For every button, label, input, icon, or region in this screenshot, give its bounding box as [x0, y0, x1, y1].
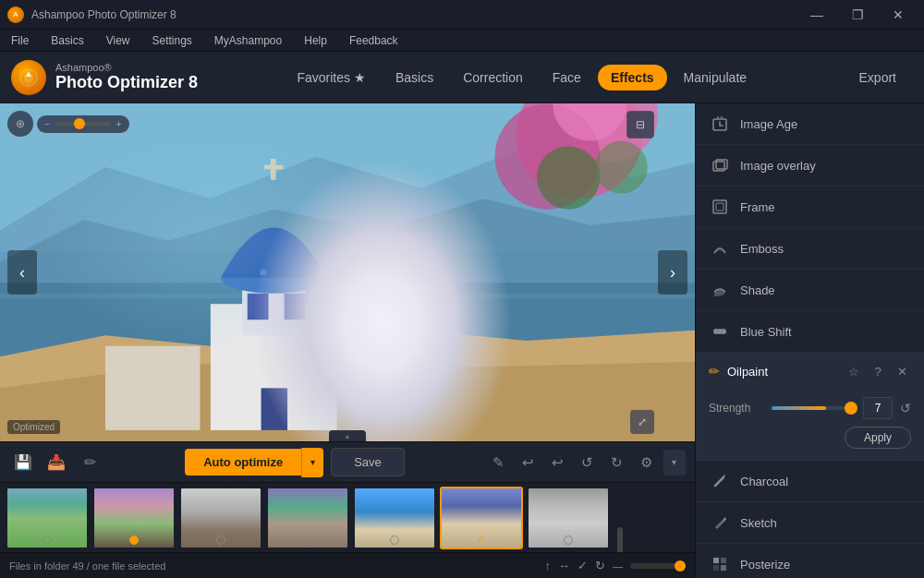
save-button[interactable]: Save	[331, 448, 405, 476]
effect-blue-shift[interactable]: Blue Shift	[696, 311, 924, 353]
thumb-indicator-4	[303, 536, 312, 545]
close-button[interactable]: ✕	[880, 2, 917, 28]
brand-name-main: Photo Optimizer 8	[55, 73, 198, 92]
strength-row: Strength 7 ↺	[709, 397, 911, 419]
menu-help[interactable]: Help	[300, 32, 331, 49]
prev-image-button[interactable]: ‹	[7, 250, 37, 295]
strength-slider[interactable]	[772, 406, 856, 410]
effect-image-age[interactable]: Image Age	[696, 103, 924, 145]
svg-rect-31	[713, 200, 726, 213]
thumbnail-7[interactable]	[527, 487, 610, 549]
zoom-minus[interactable]: −	[44, 119, 50, 129]
brand-logo-icon	[11, 60, 46, 95]
image-age-icon	[709, 113, 731, 135]
effect-emboss[interactable]: Emboss	[696, 228, 924, 270]
menu-settings[interactable]: Settings	[148, 32, 195, 49]
strength-value[interactable]: 7	[863, 397, 893, 419]
export-button[interactable]: Export	[846, 65, 909, 90]
tab-manipulate[interactable]: Manipulate	[671, 65, 760, 90]
thumbnail-4[interactable]	[266, 487, 349, 549]
bottom-slider-thumb[interactable]	[675, 560, 686, 572]
tab-effects[interactable]: Effects	[598, 65, 667, 90]
emboss-icon	[709, 237, 731, 259]
oilpaint-help-button[interactable]: ?	[869, 362, 887, 380]
zoom-slider: − +	[37, 115, 129, 133]
oilpaint-favorite-button[interactable]: ☆	[845, 362, 863, 380]
thumb-indicator-3	[216, 536, 225, 545]
view-mode-button[interactable]: ⊟	[626, 111, 654, 138]
frame-icon	[709, 196, 731, 218]
rotate-right-icon[interactable]: ↻	[604, 450, 630, 476]
effect-shade[interactable]: Shade	[696, 270, 924, 311]
image-viewer: ⊕ − + ⊟ ‹ › Optimized ⤢ ▲	[0, 103, 695, 441]
toolbar-menu-button[interactable]: ▾	[663, 450, 686, 476]
brush-tool-button[interactable]: ✏	[76, 449, 103, 476]
menu-myashampoo[interactable]: MyAshampoo	[211, 32, 286, 49]
effect-sketch[interactable]: Sketch	[696, 502, 924, 544]
effect-charcoal[interactable]: Charcoal	[696, 461, 924, 502]
sketch-label: Sketch	[740, 516, 777, 530]
menu-file[interactable]: File	[7, 32, 32, 49]
svg-rect-32	[716, 203, 723, 211]
svg-rect-38	[713, 565, 719, 571]
next-image-button[interactable]: ›	[658, 250, 687, 295]
zoom-thumb[interactable]	[74, 118, 85, 129]
image-overlay-label: Image overlay	[740, 159, 816, 173]
svg-rect-12	[271, 159, 276, 180]
thumbnail-5[interactable]	[353, 487, 436, 549]
oilpaint-close-button[interactable]: ✕	[893, 362, 911, 380]
thumb-check-6: ✓	[477, 532, 486, 545]
strength-thumb[interactable]	[845, 402, 857, 415]
thumbnail-1[interactable]	[6, 487, 89, 549]
strength-reset-button[interactable]: ↺	[900, 401, 911, 415]
menu-basics[interactable]: Basics	[47, 32, 87, 49]
effect-posterize[interactable]: Posterize	[696, 544, 924, 578]
bottom-slider[interactable]	[630, 563, 686, 569]
open-file-button[interactable]: 💾	[9, 449, 37, 476]
thumbnail-6[interactable]: ✓	[440, 487, 523, 549]
svg-rect-16	[261, 388, 287, 430]
tab-basics[interactable]: Basics	[383, 65, 446, 90]
svg-marker-8	[0, 356, 695, 441]
thumbnail-scrollbar-thumb[interactable]	[617, 527, 623, 553]
save-file-button[interactable]: 📥	[43, 449, 70, 476]
svg-rect-1	[0, 103, 695, 441]
fullscreen-button[interactable]: ⤢	[630, 410, 654, 434]
effect-frame[interactable]: Frame	[696, 187, 924, 228]
image-overlay-icon	[709, 154, 731, 176]
thumbnail-3[interactable]	[179, 487, 262, 549]
edit-icon[interactable]: ✎	[486, 450, 512, 476]
effect-image-overlay[interactable]: Image overlay	[696, 145, 924, 187]
maximize-button[interactable]: ❐	[839, 2, 876, 28]
status-check-icon[interactable]: ✓	[578, 559, 588, 572]
zoom-plus[interactable]: +	[116, 119, 122, 129]
apply-button[interactable]: Apply	[845, 427, 911, 449]
menu-view[interactable]: View	[103, 32, 134, 49]
tab-face[interactable]: Face	[540, 65, 594, 90]
thumbnail-2[interactable]	[92, 487, 176, 549]
menu-feedback[interactable]: Feedback	[346, 32, 402, 49]
settings-icon[interactable]: ⚙	[634, 450, 660, 476]
shade-icon	[709, 279, 731, 301]
minimize-button[interactable]: —	[798, 2, 835, 28]
svg-point-27	[717, 116, 719, 118]
pan-button[interactable]: ⊕	[7, 111, 33, 137]
sketch-icon	[709, 512, 731, 534]
zoom-track[interactable]	[55, 122, 111, 126]
svg-rect-36	[713, 558, 719, 563]
svg-marker-7	[0, 325, 695, 441]
emboss-label: Emboss	[740, 242, 784, 256]
status-resize-icon[interactable]: ↔	[558, 559, 570, 572]
tab-favorites[interactable]: Favorites ★	[284, 65, 378, 90]
rotate-left-icon[interactable]: ↺	[575, 450, 601, 476]
status-refresh-icon[interactable]: ↻	[595, 559, 605, 572]
svg-point-24	[222, 310, 230, 319]
auto-optimize-arrow-button[interactable]: ▾	[301, 448, 323, 477]
auto-optimize-button[interactable]: Auto optimize	[185, 449, 301, 476]
undo2-icon[interactable]: ↩	[545, 450, 571, 476]
status-up-icon[interactable]: ↑	[545, 559, 552, 572]
undo-icon[interactable]: ↩	[516, 450, 541, 476]
tab-correction[interactable]: Correction	[450, 65, 536, 90]
oilpaint-header: ✏ Oilpaint ☆ ? ✕	[696, 353, 924, 390]
svg-rect-37	[721, 558, 726, 563]
